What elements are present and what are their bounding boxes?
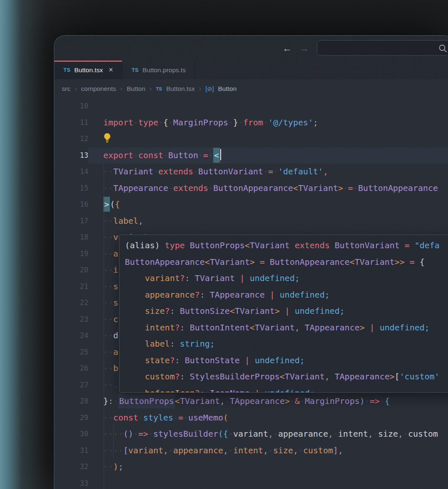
typescript-file-icon: TS [156, 86, 162, 91]
line-content: >({ [88, 196, 448, 213]
tab-label: Button.props.ts [142, 66, 185, 74]
line-number: 13 [54, 147, 88, 164]
line-number: 28 [54, 393, 88, 410]
tooltip-line: (alias) type ButtonProps<TVariant extend… [125, 237, 448, 254]
line-number: 18 [54, 229, 88, 246]
back-button[interactable]: ← [280, 42, 294, 54]
code-line-15[interactable]: 15··TAppearance·extends·ButtonAppearance… [54, 180, 448, 197]
hover-tooltip: (alias) type ButtonProps<TVariant extend… [119, 235, 448, 393]
line-number: 29 [54, 410, 88, 426]
code-line-10[interactable]: 10 [54, 98, 448, 115]
line-number: 22 [54, 295, 88, 311]
line-number: 32 [54, 459, 88, 475]
indent-guide [104, 162, 104, 489]
line-content [88, 131, 448, 147]
text-cursor [220, 149, 221, 160]
code-line-32[interactable]: 32··); [54, 459, 448, 475]
line-content: ··const·styles·=·useMemo( [88, 410, 448, 426]
tooltip-line: state?: ButtonState | undefined; [125, 352, 448, 369]
search-input[interactable] [322, 42, 432, 54]
line-number: 25 [54, 344, 88, 361]
line-number: 20 [54, 262, 88, 279]
tab-label: Button.tsx [74, 66, 103, 74]
breadcrumb-item-src[interactable]: src [62, 85, 71, 93]
line-content: ··label, [88, 213, 448, 230]
tooltip-line: size?: ButtonSize<TVariant> | undefined; [125, 303, 448, 320]
line-content: ··); [88, 459, 448, 475]
chevron-right-icon: › [149, 85, 152, 93]
tooltip-line: variant?: TVariant | undefined; [125, 270, 448, 287]
line-number: 16 [54, 196, 88, 213]
code-line-28[interactable]: 28}:·ButtonProps<TVariant,·TAppearance>·… [54, 393, 448, 410]
line-number: 11 [54, 115, 88, 131]
chevron-right-icon: › [120, 85, 123, 93]
code-line-14[interactable]: 14··TVariant·extends·ButtonVariant·=·'de… [54, 164, 448, 180]
line-content: ··TAppearance·extends·ButtonAppearance<T… [88, 180, 448, 197]
chevron-right-icon: › [199, 85, 202, 93]
line-number: 17 [54, 213, 88, 230]
typescript-file-icon: TS [131, 67, 139, 73]
close-icon[interactable]: × [109, 66, 113, 74]
forward-button[interactable]: → [297, 42, 311, 54]
tooltip-line: custom?: StylesBuilderProps<TVariant, TA… [125, 369, 448, 385]
line-number: 10 [54, 98, 88, 115]
line-number: 15 [54, 180, 88, 197]
indent-guide [113, 425, 114, 458]
tooltip-line: label: string; [125, 336, 448, 352]
tab-button-props-ts[interactable]: TSButton.props.ts [122, 61, 195, 79]
breadcrumb-item-button-tsx[interactable]: Button.tsx [166, 85, 195, 93]
lightbulb-icon[interactable] [103, 133, 111, 149]
titlebar: ← → [54, 36, 448, 61]
line-number: 24 [54, 328, 88, 344]
line-number: 14 [54, 164, 88, 180]
line-content: }:·ButtonProps<TVariant,·TAppearance>·&·… [88, 393, 448, 410]
code-line-29[interactable]: 29··const·styles·=·useMemo( [54, 410, 448, 426]
code-line-17[interactable]: 17··label, [54, 213, 448, 230]
symbol-variable-icon: [⊘] [205, 86, 214, 92]
line-number: 31 [54, 443, 88, 459]
line-number: 21 [54, 279, 88, 295]
search-icon [438, 44, 448, 53]
tooltip-line: beforeIcon?: IconName | undefined; [125, 385, 448, 393]
line-number: 19 [54, 246, 88, 262]
search-box[interactable] [317, 40, 448, 56]
code-line-33[interactable]: 33 [54, 475, 448, 489]
code-line-12[interactable]: 12 [54, 131, 448, 147]
typescript-file-icon: TS [63, 67, 71, 73]
line-content [88, 475, 448, 489]
line-number: 33 [54, 475, 88, 489]
line-number: 26 [54, 360, 88, 377]
tooltip-line: appearance?: TAppearance | undefined; [125, 287, 448, 303]
line-content: ····()·=>·stylesBuilder({·variant,·appea… [88, 426, 448, 443]
code-line-16[interactable]: 16>({ [54, 196, 448, 213]
line-content [88, 98, 448, 115]
line-number: 27 [54, 377, 88, 394]
line-number: 23 [54, 311, 88, 328]
line-content: import·type·{·MarginProps·}·from·'@/type… [88, 115, 448, 131]
line-number: 30 [54, 426, 88, 443]
line-content: export·const·Button·=·< [88, 147, 448, 164]
chevron-right-icon: › [75, 85, 77, 93]
line-content: ··TVariant·extends·ButtonVariant·=·'defa… [88, 164, 448, 180]
tooltip-line: intent?: ButtonIntent<TVariant, TAppeara… [125, 320, 448, 336]
breadcrumb: src›components›Button›TSButton.tsx›[⊘]Bu… [54, 79, 448, 98]
code-line-13[interactable]: 13export·const·Button·=·< [54, 147, 448, 164]
code-line-11[interactable]: 11import·type·{·MarginProps·}·from·'@/ty… [54, 115, 448, 131]
tab-bar: TSButton.tsx×TSButton.props.ts [54, 61, 448, 79]
tab-button-tsx[interactable]: TSButton.tsx× [54, 61, 122, 79]
breadcrumb-item-button[interactable]: Button [127, 85, 145, 93]
tooltip-line: ButtonAppearance<TVariant> = ButtonAppea… [125, 254, 448, 271]
breadcrumb-item-components[interactable]: components [81, 85, 116, 93]
breadcrumb-item-button[interactable]: Button [218, 85, 236, 93]
line-content: ····[variant,·appearance,·intent,·size,·… [88, 443, 448, 459]
line-number: 12 [54, 131, 88, 147]
